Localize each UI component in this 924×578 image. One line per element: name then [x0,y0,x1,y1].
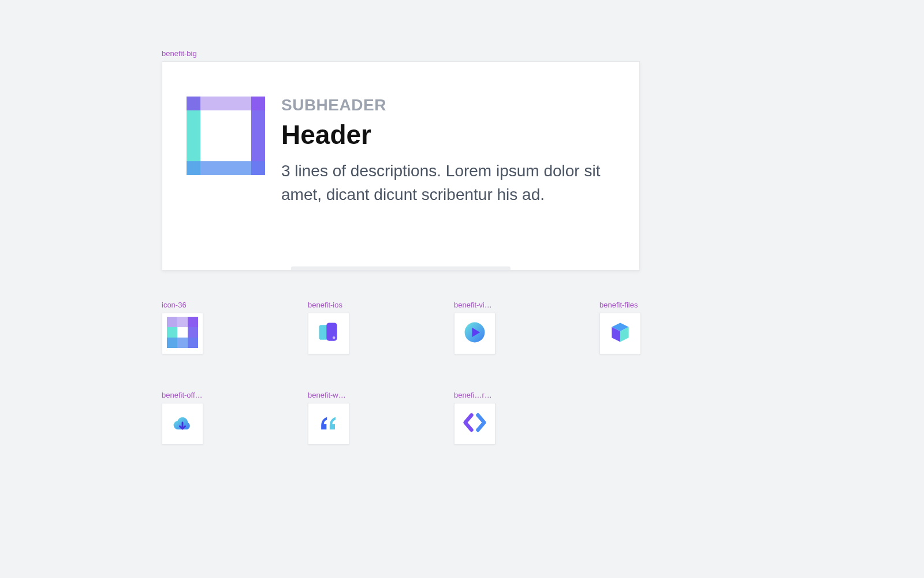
component-benefit-words: benefit-words [308,391,349,444]
svg-rect-0 [187,97,200,110]
svg-rect-8 [200,110,251,161]
component-benefit-exercises: benefi…rcises [454,391,495,444]
svg-rect-6 [200,161,251,175]
svg-rect-10 [177,317,188,327]
svg-rect-14 [188,327,198,338]
component-label: benefit-files [599,301,641,309]
benefit-files-tile [599,313,641,354]
description-text: 3 lines of descriptions. Lorem ipsum dol… [281,160,605,206]
svg-rect-5 [187,161,200,175]
code-brackets-icon [462,410,487,438]
svg-rect-19 [326,323,337,341]
benefit-big-content: SUBHEADER Header 3 lines of descriptions… [187,97,615,207]
svg-rect-4 [251,110,265,161]
cube-icon [608,320,633,347]
header-text: Header [281,120,615,150]
benefit-ios-tile [308,313,349,354]
svg-rect-7 [251,161,265,175]
component-label: benefit-words [308,391,349,399]
svg-rect-12 [167,327,177,338]
svg-rect-1 [200,97,251,110]
component-benefit-files: benefit-files [599,301,641,354]
component-label: benefit-ios [308,301,349,309]
bottom-handle [291,266,511,270]
component-label: benefit-offline [162,391,203,399]
benefit-exercises-tile [454,403,495,444]
benefit-offline-tile [162,403,203,444]
component-label: icon-36 [162,301,203,309]
quotes-icon [316,410,341,438]
square-grid-icon [187,97,265,175]
component-icon-36: icon-36 [162,301,203,354]
icon-36-tile [162,313,203,354]
subheader-text: SUBHEADER [281,97,615,114]
benefit-video-tile [454,313,495,354]
component-benefit-offline: benefit-offline [162,391,203,444]
ios-cards-icon [316,320,341,347]
svg-point-20 [333,336,336,339]
component-label: benefit-video [454,301,495,309]
svg-rect-13 [177,327,188,338]
cloud-download-icon [170,410,195,438]
svg-rect-3 [187,110,200,161]
play-icon [462,320,487,347]
pixel-grid-icon [167,317,198,350]
component-benefit-video: benefit-video [454,301,495,354]
benefit-big-card: SUBHEADER Header 3 lines of descriptions… [162,61,640,271]
benefit-words-tile [308,403,349,444]
svg-rect-15 [167,338,177,348]
svg-rect-9 [167,317,177,327]
svg-rect-16 [177,338,188,348]
svg-rect-2 [251,97,265,110]
svg-rect-17 [188,338,198,348]
svg-rect-11 [188,317,198,327]
component-label: benefi…rcises [454,391,495,399]
component-benefit-big: benefit-big [162,49,640,271]
component-label: benefit-big [162,49,640,58]
benefit-big-text: SUBHEADER Header 3 lines of descriptions… [281,97,615,207]
component-benefit-ios: benefit-ios [308,301,349,354]
